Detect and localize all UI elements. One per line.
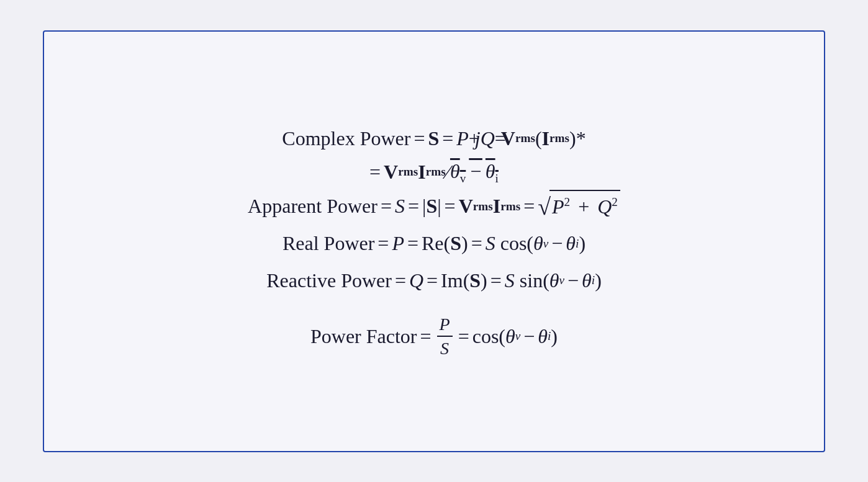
sub-v: v (460, 172, 466, 185)
sub-rms-i3: rms (500, 197, 520, 216)
symbol-S-re-scalar: S (486, 228, 495, 259)
sub-i-im: i (592, 271, 595, 290)
equals-2: = (369, 156, 381, 188)
fraction-PS: P S (437, 314, 453, 359)
sub-v-re: v (543, 234, 549, 254)
label-real-power: Real Power (283, 228, 374, 259)
exp-2-Q: 2 (612, 196, 618, 209)
formula-card: Complex Power = S = P + jQ = Vrms(Irms)*… (43, 30, 825, 452)
symbol-S-scalar: S (395, 190, 405, 222)
symbol-S-bold: S (426, 190, 437, 222)
symbol-theta-i-pf: θ (538, 321, 548, 352)
symbol-Vrms-2: V (384, 156, 398, 188)
symbol-theta-i-re: θ (566, 228, 576, 259)
symbol-S: S (428, 123, 439, 154)
formula-line-2: = Vrms Irms ∕ θv−θi (369, 156, 499, 189)
formula-line-3: Apparent Power = S = |S| = Vrms Irms = √… (248, 190, 620, 223)
sub-rms-v3: rms (473, 197, 493, 216)
label-complex-power: Complex Power (282, 123, 410, 154)
symbol-P-real: P (392, 228, 404, 259)
symbol-theta-v-pf: θ (505, 321, 515, 352)
formula-line-4: Real Power = P = Re(S) = S cos(θv − θi) (283, 228, 585, 259)
label-reactive-power: Reactive Power (266, 265, 392, 297)
symbol-P: P (456, 123, 469, 154)
sub-rms-v: rms (515, 129, 535, 148)
sub-i: i (495, 172, 499, 185)
sub-v-pf: v (515, 327, 521, 346)
symbol-theta-v-im: θ (549, 265, 559, 297)
sub-v-im: v (559, 271, 565, 290)
symbol-S-im-scalar: S (505, 265, 515, 297)
sqrt-content: P2 + Q2 (549, 190, 620, 223)
symbol-Irms: I (542, 123, 549, 154)
symbol-theta-v-re: θ (533, 228, 543, 259)
sub-rms-i2: rms (426, 163, 446, 182)
sub-i-pf: i (548, 327, 551, 346)
exp-2-P: 2 (564, 196, 571, 209)
symbol-Q2: Q (597, 195, 612, 218)
symbol-Irms-3: I (493, 190, 500, 222)
symbol-theta-i-im: θ (582, 265, 592, 297)
angle-notation: ∕ θv−θi (446, 156, 499, 189)
sqrt-symbol: √ (538, 195, 551, 218)
formula-line-1: Complex Power = S = P + jQ = Vrms(Irms)* (282, 123, 585, 154)
symbol-Vrms-3: V (459, 190, 473, 222)
fraction-denominator: S (438, 337, 451, 359)
symbol-Vrms: V (501, 123, 515, 154)
formula-line-6: Power Factor = P S = cos(θv − θi) (310, 314, 558, 359)
formula-line-5: Reactive Power = Q = Im(S) = S sin(θv − … (266, 265, 602, 297)
sub-i-re: i (576, 234, 579, 254)
angle-slash: ∕ (446, 156, 450, 188)
angle-expression: θv−θi (450, 156, 499, 189)
symbol-Q-reactive: Q (409, 265, 423, 297)
symbol-P2: P (552, 195, 564, 218)
sub-rms-v2: rms (398, 163, 418, 182)
sub-rms-i: rms (549, 129, 569, 148)
symbol-S-re: S (450, 228, 461, 259)
symbol-Irms-2: I (418, 156, 425, 188)
fraction-numerator: P (437, 314, 453, 337)
formula-block: Complex Power = S = P + jQ = Vrms(Irms)*… (81, 123, 787, 359)
symbol-jQ: jQ (475, 123, 495, 154)
sqrt-expression: √ P2 + Q2 (538, 190, 620, 223)
label-power-factor: Power Factor (310, 321, 417, 352)
symbol-S-im: S (469, 265, 481, 297)
label-apparent-power: Apparent Power (248, 190, 377, 222)
